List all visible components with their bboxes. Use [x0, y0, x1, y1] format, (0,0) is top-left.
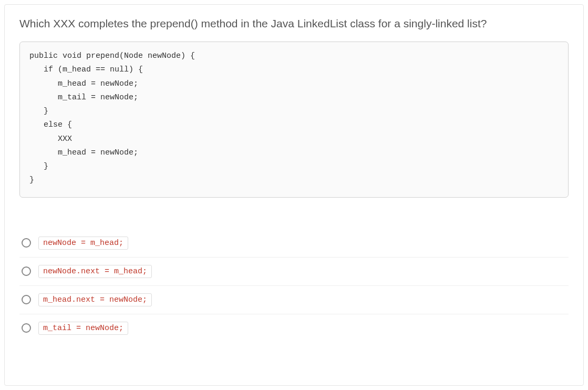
option-row[interactable]: newNode.next = m_head;	[19, 258, 569, 286]
question-text: Which XXX completes the prepend() method…	[19, 17, 569, 30]
radio-icon[interactable]	[22, 238, 31, 248]
option-row[interactable]: m_head.next = newNode;	[19, 286, 569, 314]
code-block: public void prepend(Node newNode) { if (…	[19, 42, 569, 198]
radio-icon[interactable]	[22, 295, 31, 304]
option-label: m_tail = newNode;	[38, 322, 128, 335]
option-row[interactable]: newNode = m_head;	[19, 229, 569, 258]
radio-icon[interactable]	[22, 323, 31, 333]
option-row[interactable]: m_tail = newNode;	[19, 314, 569, 342]
radio-icon[interactable]	[22, 266, 31, 276]
question-card: Which XXX completes the prepend() method…	[4, 4, 584, 386]
option-label: newNode = m_head;	[38, 237, 128, 250]
option-label: newNode.next = m_head;	[38, 265, 152, 278]
option-label: m_head.next = newNode;	[38, 293, 152, 306]
options-list: newNode = m_head; newNode.next = m_head;…	[19, 229, 569, 342]
